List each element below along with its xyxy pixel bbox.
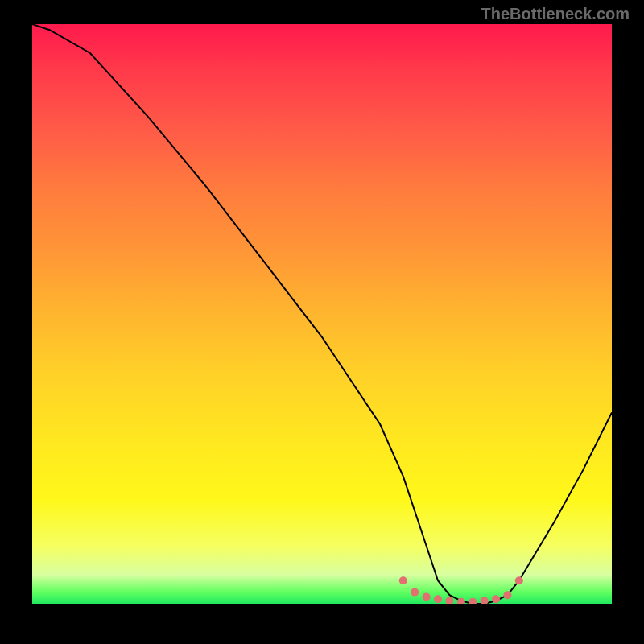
chart-plot-area <box>32 24 612 604</box>
chart-svg <box>32 24 612 604</box>
curve-line <box>32 24 612 604</box>
optimum-dot <box>434 595 442 603</box>
optimum-markers <box>399 576 523 604</box>
optimum-dot <box>481 597 489 604</box>
optimum-dot <box>503 591 511 599</box>
optimum-dot <box>411 588 419 597</box>
optimum-dot <box>445 597 453 604</box>
optimum-dot <box>515 576 523 584</box>
optimum-dot <box>399 576 407 584</box>
optimum-dot <box>492 595 500 603</box>
optimum-dot <box>469 598 477 604</box>
watermark-text: TheBottleneck.com <box>481 5 630 23</box>
optimum-dot <box>423 592 431 601</box>
